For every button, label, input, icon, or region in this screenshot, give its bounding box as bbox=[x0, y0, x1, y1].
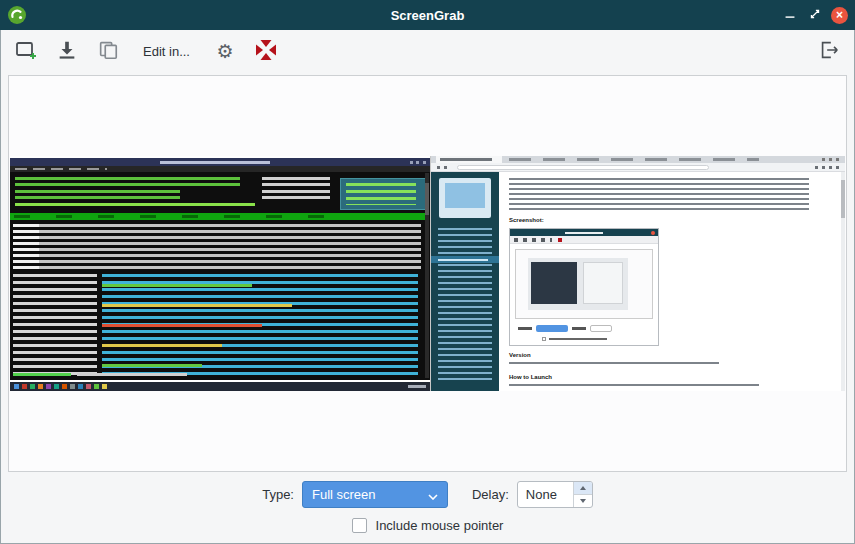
sidebar-thumbnail bbox=[439, 178, 491, 218]
log-line-green bbox=[102, 284, 252, 287]
window-controls: × bbox=[781, 6, 848, 24]
maximize-button[interactable] bbox=[806, 6, 824, 24]
nested-screengrab-screenshot bbox=[509, 228, 659, 346]
nested-titlebar bbox=[510, 229, 658, 236]
htop-meter-lines-3 bbox=[15, 203, 255, 208]
nested-delay-spin bbox=[590, 325, 612, 332]
nested-type-label-bar bbox=[518, 327, 532, 330]
browser-url-bar bbox=[457, 165, 709, 170]
type-select-value: Full screen bbox=[312, 487, 428, 502]
type-label: Type: bbox=[262, 487, 294, 502]
log-line-yellow bbox=[102, 304, 292, 307]
screengrab-window: { "window": { "title": "ScreenGrab", "cl… bbox=[0, 0, 855, 544]
gear-icon: ⚙ bbox=[216, 42, 233, 61]
content-paragraph-lines bbox=[509, 178, 809, 212]
copy-icon bbox=[97, 39, 119, 64]
process-list-lines bbox=[13, 224, 421, 270]
taskbar-item bbox=[30, 384, 35, 389]
include-pointer-checkbox[interactable] bbox=[352, 518, 367, 533]
maximize-icon bbox=[807, 6, 823, 25]
htop-meter-lines bbox=[15, 177, 240, 188]
close-button[interactable]: × bbox=[831, 7, 848, 24]
quit-button[interactable] bbox=[815, 37, 843, 65]
screenshot-preview: Screenshot: bbox=[10, 156, 845, 391]
delay-value: None bbox=[518, 482, 573, 507]
heading-screenshot: Screenshot: bbox=[509, 217, 544, 223]
manual-sidebar bbox=[431, 172, 499, 391]
preview-area: Screenshot: bbox=[8, 75, 847, 472]
version-text-line bbox=[509, 362, 719, 364]
chevron-up-icon bbox=[580, 486, 586, 490]
spin-buttons bbox=[573, 482, 592, 507]
nested-checkbox-label-bar bbox=[549, 338, 607, 340]
terminal-window bbox=[10, 158, 430, 380]
taskbar-item bbox=[54, 384, 59, 389]
screengrab-logo-button[interactable] bbox=[252, 37, 280, 65]
terminal-menubar bbox=[10, 166, 430, 172]
new-screenshot-icon bbox=[14, 38, 38, 65]
nested-toolbar bbox=[510, 236, 658, 244]
browser-tab-titles bbox=[509, 158, 759, 161]
terminal-titlebar bbox=[10, 158, 430, 166]
nested-controls-row bbox=[518, 324, 653, 332]
browser-window: Screenshot: bbox=[430, 156, 845, 391]
nested-preview-image bbox=[528, 258, 628, 310]
delay-spinbox[interactable]: None bbox=[517, 481, 593, 508]
include-pointer-row: Include mouse pointer bbox=[352, 518, 504, 533]
spin-down-button[interactable] bbox=[574, 495, 592, 507]
htop-header-row bbox=[10, 213, 428, 220]
taskbar-item bbox=[46, 384, 51, 389]
log-line-green-2 bbox=[102, 364, 202, 367]
quit-icon bbox=[818, 39, 840, 64]
settings-button[interactable]: ⚙ bbox=[211, 37, 239, 65]
nested-checkbox bbox=[542, 337, 546, 341]
titlebar[interactable]: ScreenGrab × bbox=[0, 0, 855, 30]
footer-controls: Type: Full screen Delay: None Include mo… bbox=[0, 472, 855, 544]
browser-nav-buttons bbox=[437, 166, 451, 169]
copy-button[interactable] bbox=[94, 37, 122, 65]
edit-in-button[interactable]: Edit in... bbox=[135, 40, 198, 63]
window-title: ScreenGrab bbox=[0, 8, 855, 23]
taskbar-item bbox=[14, 384, 19, 389]
include-pointer-label[interactable]: Include mouse pointer bbox=[376, 518, 504, 533]
nested-fullscreen-combo bbox=[536, 325, 568, 332]
chevron-down-icon bbox=[428, 486, 438, 504]
terminal-prompt-line bbox=[13, 373, 71, 376]
taskbar-item bbox=[78, 384, 83, 389]
desktop-taskbar bbox=[10, 382, 430, 391]
taskbar-item bbox=[38, 384, 43, 389]
new-screenshot-button[interactable] bbox=[12, 37, 40, 65]
nested-delay-label-bar bbox=[572, 327, 586, 330]
taskbar-item bbox=[62, 384, 67, 389]
nested-checkbox-row bbox=[542, 336, 607, 341]
browser-nav-icons bbox=[815, 166, 839, 169]
log-timestamp-column bbox=[13, 274, 97, 376]
screengrab-logo-icon bbox=[255, 39, 277, 64]
delay-label: Delay: bbox=[472, 487, 509, 502]
type-select[interactable]: Full screen bbox=[302, 481, 448, 508]
terminal-teal-panel bbox=[340, 178, 426, 210]
process-pid-column bbox=[13, 224, 39, 270]
type-delay-row: Type: Full screen Delay: None bbox=[262, 481, 593, 508]
log-line-red bbox=[102, 324, 262, 327]
minimize-button[interactable] bbox=[781, 6, 799, 24]
nested-preview-box bbox=[515, 249, 653, 319]
taskbar-item bbox=[102, 384, 107, 389]
save-button[interactable] bbox=[53, 37, 81, 65]
close-icon: × bbox=[836, 9, 843, 21]
taskbar-item bbox=[86, 384, 91, 389]
minimize-icon bbox=[782, 6, 798, 25]
heading-how-to-launch: How to Launch bbox=[509, 374, 552, 380]
save-download-icon bbox=[56, 39, 78, 64]
sidebar-nav-lines bbox=[438, 228, 492, 383]
taskbar-item bbox=[94, 384, 99, 389]
taskbar-item bbox=[70, 384, 75, 389]
htop-meter-lines-2 bbox=[15, 190, 180, 201]
browser-window-buttons bbox=[822, 158, 840, 161]
chevron-down-small-icon bbox=[580, 499, 586, 503]
launch-text-line bbox=[509, 384, 759, 386]
terminal-scrollbar bbox=[425, 173, 429, 378]
browser-active-tab bbox=[436, 156, 502, 163]
log-line-yellow-2 bbox=[102, 344, 222, 347]
spin-up-button[interactable] bbox=[574, 482, 592, 495]
